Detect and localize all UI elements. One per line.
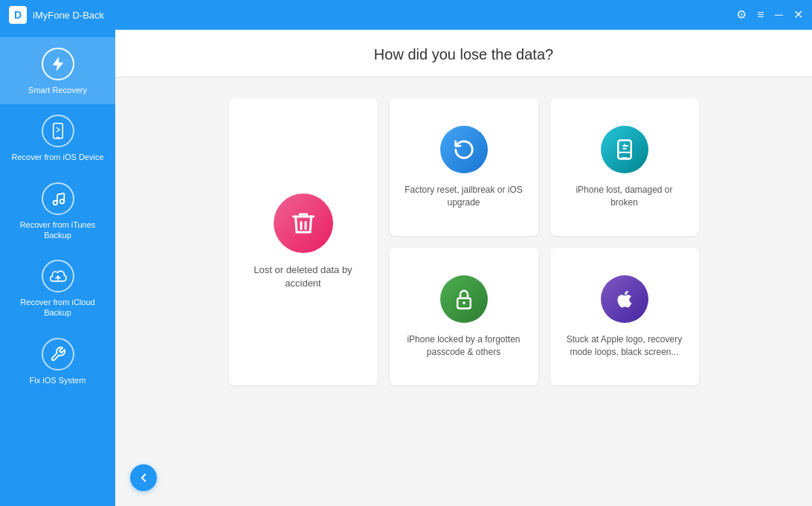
app-title: iMyFone D-Back [33,10,736,21]
sidebar-label-smart-recovery: Smart Recovery [28,85,87,95]
svg-point-16 [463,301,465,304]
app-logo: D [9,6,27,24]
settings-icon[interactable]: ⚙ [736,9,747,21]
title-bar: D iMyFone D-Back ⚙ ≡ ─ ✕ [0,0,812,30]
back-button[interactable] [130,464,157,491]
card-label-factory-reset: Factory reset, jailbreak or iOS upgrade [402,184,526,209]
cards-area: Lost or deleted data by accident Factory… [115,77,812,506]
lock-icon [440,275,488,323]
sidebar-label-ios-device: Recover from iOS Device [11,152,103,162]
trash-icon [274,193,333,253]
menu-icon[interactable]: ≡ [757,9,764,21]
main-content: How did you lose the data? Los [115,30,812,506]
page-title: How did you lose the data? [115,46,812,63]
svg-line-6 [57,193,64,194]
sidebar-item-ios-device[interactable]: Recover from iOS Device [0,104,115,171]
card-label-stuck-apple: Stuck at Apple logo, recovery mode loops… [562,333,687,359]
card-iphone-lost[interactable]: iPhone lost, damaged or broken [550,98,699,236]
sidebar: Smart Recovery Recover from iOS Device [0,30,115,506]
card-label-lost-deleted: Lost or deleted data by accident [241,263,366,290]
sidebar-item-fix-ios[interactable]: Fix iOS System [0,327,115,394]
close-icon[interactable]: ✕ [793,9,803,21]
wrench-icon [42,338,74,371]
card-label-iphone-lost: iPhone lost, damaged or broken [562,184,687,209]
card-stuck-apple[interactable]: Stuck at Apple logo, recovery mode loops… [550,248,699,385]
phone-icon [42,115,74,147]
sidebar-label-fix-ios: Fix iOS System [30,375,86,385]
content-header: How did you lose the data? [115,30,812,77]
sidebar-label-icloud: Recover from iCloud Backup [6,297,109,318]
broken-phone-icon [601,126,648,173]
apple-icon [601,275,648,323]
card-iphone-locked[interactable]: iPhone locked by a forgotten passcode & … [390,248,538,385]
lightning-icon [42,48,74,80]
card-lost-deleted[interactable]: Lost or deleted data by accident [229,98,378,385]
cloud-icon [42,260,74,292]
music-icon [42,182,74,215]
card-label-iphone-locked: iPhone locked by a forgotten passcode & … [402,333,526,359]
app-body: Smart Recovery Recover from iOS Device [0,30,812,506]
refresh-icon [440,126,488,173]
sidebar-item-icloud[interactable]: Recover from iCloud Backup [0,249,115,327]
sidebar-item-itunes[interactable]: Recover from iTunes Backup [0,172,115,250]
sidebar-label-itunes: Recover from iTunes Backup [6,220,109,241]
minimize-icon[interactable]: ─ [775,9,783,21]
sidebar-item-smart-recovery[interactable]: Smart Recovery [0,37,115,104]
window-controls: ⚙ ≡ ─ ✕ [736,9,803,21]
card-factory-reset[interactable]: Factory reset, jailbreak or iOS upgrade [390,98,538,236]
cards-grid: Lost or deleted data by accident Factory… [229,98,699,385]
